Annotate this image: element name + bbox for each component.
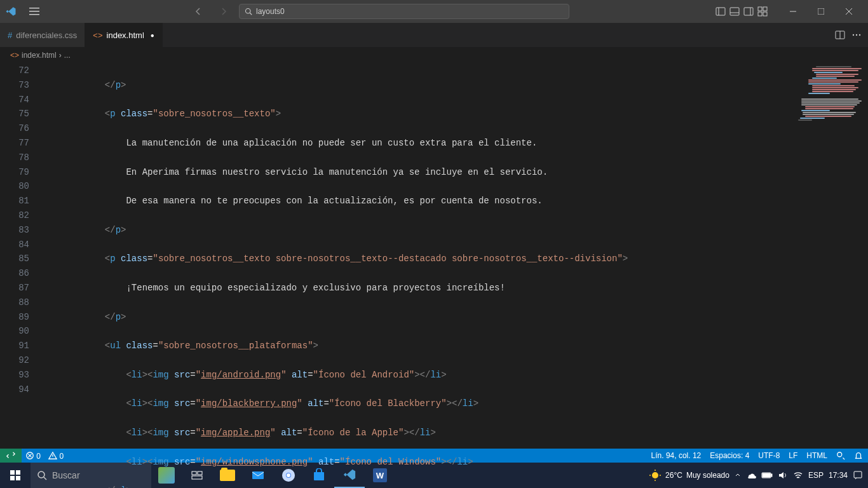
maximize-button[interactable] — [807, 0, 835, 23]
breadcrumb-file: index.html — [22, 51, 57, 60]
editor: 7273747576777879808182838485868788899091… — [0, 64, 868, 449]
svg-rect-50 — [854, 471, 862, 478]
svg-rect-28 — [10, 470, 15, 475]
svg-rect-13 — [763, 12, 767, 16]
svg-rect-4 — [716, 8, 725, 15]
split-editor-icon[interactable] — [835, 30, 845, 40]
nav-back-icon[interactable] — [191, 4, 206, 19]
tab-diferenciales-css[interactable]: # diferenciales.css — [0, 23, 85, 47]
svg-rect-0 — [29, 8, 39, 9]
line-number-gutter: 7273747576777879808182838485868788899091… — [0, 64, 41, 449]
html-file-icon: <> — [10, 51, 19, 60]
svg-point-3 — [246, 9, 251, 14]
html-file-icon: <> — [93, 30, 102, 40]
breadcrumb-separator: › — [59, 51, 62, 60]
notifications-icon[interactable] — [854, 451, 863, 460]
command-center-search[interactable]: layouts0 — [239, 4, 569, 19]
search-icon — [245, 8, 252, 15]
tray-wifi-icon[interactable] — [793, 470, 803, 480]
layout-customize-icon[interactable] — [757, 6, 768, 17]
start-button[interactable] — [0, 463, 31, 488]
svg-rect-30 — [10, 476, 15, 480]
minimize-button[interactable] — [779, 0, 807, 23]
svg-rect-31 — [16, 476, 20, 480]
breadcrumb-more: ... — [64, 51, 71, 60]
svg-point-21 — [856, 34, 857, 36]
tab-label: diferenciales.css — [16, 30, 77, 40]
minimap[interactable] — [792, 64, 868, 449]
more-actions-icon[interactable] — [851, 30, 862, 40]
breadcrumb[interactable]: <> index.html › ... — [0, 47, 868, 64]
vscode-logo-icon — [5, 6, 24, 17]
svg-point-27 — [837, 452, 842, 457]
svg-point-22 — [859, 34, 860, 36]
tray-clock[interactable]: 17:34 — [829, 471, 848, 480]
nav-forward-icon[interactable] — [216, 4, 231, 19]
svg-rect-12 — [758, 12, 762, 16]
title-bar: layouts0 — [0, 0, 868, 23]
css-file-icon: # — [8, 30, 12, 40]
svg-rect-1 — [29, 11, 39, 12]
language-mode[interactable]: HTML — [806, 451, 827, 460]
svg-rect-2 — [29, 14, 39, 15]
code-content[interactable]: </p> <p class="sobre_nosotros__texto"> L… — [41, 64, 792, 449]
svg-rect-8 — [744, 8, 753, 15]
close-button[interactable] — [835, 0, 863, 23]
svg-rect-11 — [763, 7, 767, 11]
feedback-icon[interactable] — [836, 451, 845, 460]
layout-panel-icon[interactable] — [729, 6, 740, 17]
search-text: layouts0 — [256, 7, 285, 16]
svg-rect-6 — [730, 8, 739, 15]
tray-language[interactable]: ESP — [808, 471, 824, 480]
remote-button[interactable] — [0, 449, 22, 463]
svg-rect-10 — [758, 7, 762, 11]
svg-rect-15 — [818, 8, 824, 15]
tray-action-center-icon[interactable] — [853, 470, 863, 480]
svg-point-20 — [853, 34, 854, 36]
svg-rect-29 — [16, 470, 20, 475]
layout-sidebar-right-icon[interactable] — [743, 6, 754, 17]
layout-sidebar-left-icon[interactable] — [715, 6, 726, 17]
menu-icon[interactable] — [24, 4, 44, 19]
editor-tabs: # diferenciales.css <> index.html — [0, 23, 868, 47]
errors-indicator[interactable]: 0 — [25, 451, 41, 461]
tab-label: index.html — [107, 30, 144, 40]
tab-index-html[interactable]: <> index.html — [85, 23, 162, 47]
